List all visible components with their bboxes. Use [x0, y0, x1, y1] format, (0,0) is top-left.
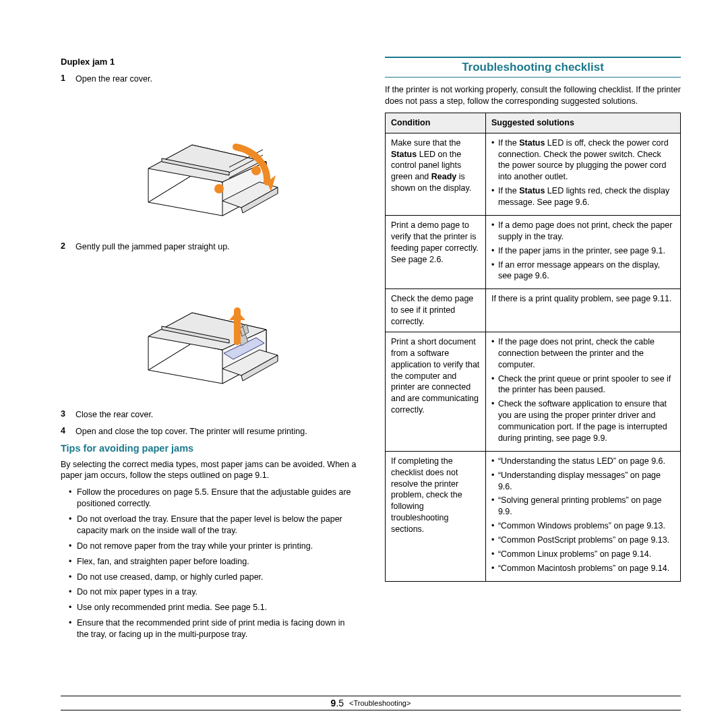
tips-intro: By selecting the correct media types, mo… — [61, 459, 357, 482]
table-row: Print a short document from a software a… — [386, 332, 681, 451]
printer-open-rear-illustration — [121, 94, 297, 229]
svg-marker-24 — [229, 311, 245, 320]
solutions-cell: If the Status LED is off, check the powe… — [485, 133, 680, 215]
checklist-table: Condition Suggested solutions Make sure … — [385, 113, 681, 582]
page-section-label: <Troubleshooting> — [349, 699, 411, 707]
printer-pull-paper-illustration — [121, 262, 297, 397]
solutions-cell: If a demo page does not print, check the… — [485, 215, 680, 289]
th-condition: Condition — [386, 113, 486, 133]
tips-heading: Tips for avoiding paper jams — [61, 443, 357, 454]
step-number: 1 — [61, 73, 69, 85]
page-number: 9.5 — [331, 698, 344, 708]
duplex-jam-heading: Duplex jam 1 — [61, 57, 357, 67]
tip-item: Do not remove paper from the tray while … — [69, 541, 357, 552]
svg-point-12 — [214, 184, 224, 193]
condition-cell: Make sure that the Status LED on the con… — [386, 133, 486, 215]
step-text: Open the rear cover. — [75, 73, 152, 85]
tip-item: Follow the procedures on page 5.5. Ensur… — [69, 487, 357, 510]
two-column-layout: Duplex jam 1 1 Open the rear cover. — [61, 57, 681, 644]
step-text: Close the rear cover. — [75, 409, 153, 421]
th-solutions: Suggested solutions — [485, 113, 680, 133]
step-number: 3 — [61, 409, 69, 421]
table-row: If completing the checklist does not res… — [386, 451, 681, 581]
steps-group-a: 1 Open the rear cover. — [61, 73, 357, 85]
heading-rule-bottom — [385, 77, 681, 78]
tip-item: Ensure that the recommended print side o… — [69, 617, 357, 640]
step-item: 3 Close the rear cover. — [61, 409, 357, 421]
page-footer: 9.5 <Troubleshooting> — [61, 696, 681, 710]
condition-cell: Check the demo page to see if it printed… — [386, 289, 486, 332]
table-row: Check the demo page to see if it printed… — [386, 289, 681, 332]
tip-item: Use only recommended print media. See pa… — [69, 602, 357, 613]
svg-point-13 — [251, 166, 261, 175]
checklist-intro: If the printer is not working properly, … — [385, 84, 681, 107]
step-item: 1 Open the rear cover. — [61, 73, 357, 85]
step-item: 2 Gently pull the jammed paper straight … — [61, 241, 357, 253]
heading-rule-top — [385, 57, 681, 58]
step-text: Open and close the top cover. The printe… — [75, 426, 307, 437]
checklist-title: Troubleshooting checklist — [385, 61, 681, 74]
tip-item: Flex, fan, and straighten paper before l… — [69, 556, 357, 568]
condition-cell: Print a demo page to verify that the pri… — [386, 215, 486, 289]
tip-item: Do not mix paper types in a tray. — [69, 586, 357, 598]
solutions-cell: If there is a print quality problem, see… — [485, 289, 680, 332]
steps-group-b: 2 Gently pull the jammed paper straight … — [61, 241, 357, 253]
step-number: 2 — [61, 241, 69, 253]
steps-group-c: 3 Close the rear cover. 4 Open and close… — [61, 409, 357, 437]
left-column: Duplex jam 1 1 Open the rear cover. — [61, 57, 357, 644]
step-number: 4 — [61, 426, 69, 437]
tip-item: Do not use creased, damp, or highly curl… — [69, 572, 357, 583]
condition-cell: If completing the checklist does not res… — [386, 451, 486, 581]
solutions-cell: If the page does not print, check the ca… — [485, 332, 680, 451]
table-row: Make sure that the Status LED on the con… — [386, 133, 681, 215]
tip-item: Do not overload the tray. Ensure that th… — [69, 514, 357, 537]
table-row: Print a demo page to verify that the pri… — [386, 215, 681, 289]
solutions-cell: “Understanding the status LED” on page 9… — [485, 451, 680, 581]
step-text: Gently pull the jammed paper straight up… — [75, 241, 230, 253]
condition-cell: Print a short document from a software a… — [386, 332, 486, 451]
step-item: 4 Open and close the top cover. The prin… — [61, 426, 357, 437]
tips-list: Follow the procedures on page 5.5. Ensur… — [69, 487, 357, 640]
page: Duplex jam 1 1 Open the rear cover. — [0, 0, 728, 728]
right-column: Troubleshooting checklist If the printer… — [385, 57, 681, 644]
